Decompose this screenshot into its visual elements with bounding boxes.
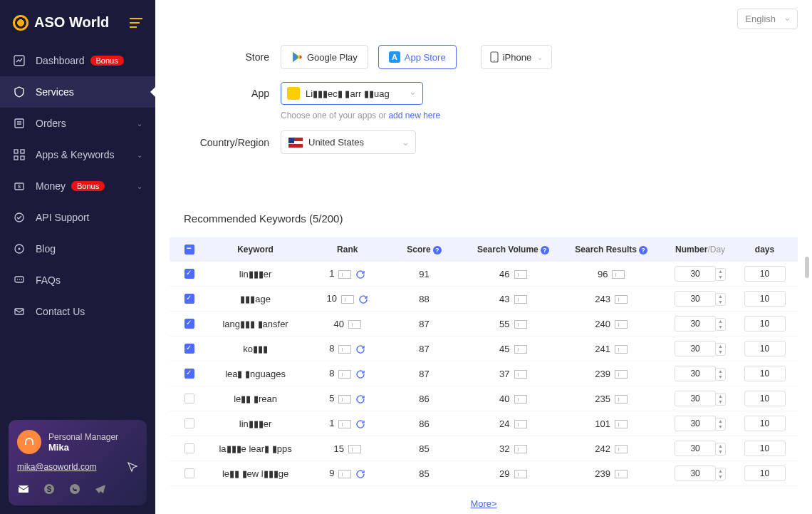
chart-icon[interactable] <box>348 320 361 329</box>
chart-icon[interactable] <box>615 295 628 304</box>
refresh-icon[interactable] <box>355 344 365 354</box>
days-input[interactable]: 10 <box>744 441 786 456</box>
add-new-link[interactable]: add new here <box>388 110 440 120</box>
country-select[interactable]: United States <box>281 130 416 154</box>
chart-icon[interactable] <box>615 370 628 379</box>
chart-icon[interactable] <box>514 445 527 453</box>
nav-money[interactable]: $ Money Bonus ⌄ <box>0 170 155 202</box>
number-cell: 30▲▼ <box>660 266 740 282</box>
nav-api-support[interactable]: API Support <box>0 202 155 233</box>
chart-icon[interactable] <box>338 370 351 379</box>
language-select[interactable]: English <box>737 9 798 29</box>
number-input[interactable]: 30 <box>675 266 716 282</box>
help-icon[interactable]: ? <box>433 246 442 255</box>
days-input[interactable]: 10 <box>744 341 786 356</box>
more-link[interactable]: More> <box>470 498 496 509</box>
row-checkbox[interactable] <box>184 269 194 279</box>
chart-icon[interactable] <box>514 320 527 329</box>
row-checkbox[interactable] <box>184 344 194 354</box>
chart-icon[interactable] <box>514 395 527 404</box>
chart-icon[interactable] <box>338 345 351 354</box>
skype-icon[interactable]: S <box>43 483 56 495</box>
store-google-play[interactable]: Google Play <box>281 45 368 69</box>
chart-icon[interactable] <box>615 345 628 354</box>
nav-orders[interactable]: Orders ⌄ <box>0 108 155 139</box>
nav-apps-keywords[interactable]: Apps & Keywords ⌄ <box>0 139 155 170</box>
chart-icon[interactable] <box>338 420 351 428</box>
chart-icon[interactable] <box>615 420 628 428</box>
row-checkbox[interactable] <box>184 418 194 428</box>
number-spinner[interactable]: ▲▼ <box>715 393 726 406</box>
refresh-icon[interactable] <box>355 394 365 404</box>
chart-icon[interactable] <box>615 470 628 478</box>
nav-faqs[interactable]: FAQs <box>0 264 155 296</box>
chart-icon[interactable] <box>338 470 351 478</box>
chart-icon[interactable] <box>338 395 351 404</box>
days-input[interactable]: 10 <box>744 416 786 431</box>
row-checkbox[interactable] <box>184 294 194 304</box>
chart-icon[interactable] <box>615 395 628 404</box>
nav-services[interactable]: Services <box>0 76 155 108</box>
number-spinner[interactable]: ▲▼ <box>715 468 726 480</box>
days-input[interactable]: 10 <box>744 291 786 307</box>
pm-email[interactable]: mika@asoworld.com <box>17 462 97 472</box>
number-input[interactable]: 30 <box>675 391 716 406</box>
refresh-icon[interactable] <box>355 369 365 379</box>
mail-icon[interactable] <box>17 483 30 495</box>
number-spinner[interactable]: ▲▼ <box>715 268 726 281</box>
whatsapp-icon[interactable] <box>68 483 81 495</box>
nav-blog[interactable]: Blog <box>0 233 155 264</box>
days-input[interactable]: 10 <box>744 316 786 331</box>
number-input[interactable]: 30 <box>675 291 716 307</box>
help-icon[interactable]: ? <box>639 246 647 255</box>
number-spinner[interactable]: ▲▼ <box>715 343 726 356</box>
days-input[interactable]: 10 <box>744 391 786 406</box>
chart-icon[interactable] <box>615 320 628 329</box>
row-checkbox[interactable] <box>184 319 194 329</box>
number-input[interactable]: 30 <box>675 466 716 481</box>
refresh-icon[interactable] <box>358 294 368 304</box>
device-select[interactable]: iPhone ⌄ <box>481 45 552 69</box>
days-input[interactable]: 10 <box>744 466 786 481</box>
row-checkbox[interactable] <box>184 468 194 478</box>
refresh-icon[interactable] <box>355 269 365 279</box>
days-input[interactable]: 10 <box>744 266 786 282</box>
telegram-icon[interactable] <box>94 483 107 495</box>
days-input[interactable]: 10 <box>744 366 786 381</box>
chart-icon[interactable] <box>348 445 361 453</box>
chart-icon[interactable] <box>341 295 354 304</box>
number-spinner[interactable]: ▲▼ <box>715 418 726 431</box>
chart-icon[interactable] <box>615 445 628 453</box>
number-spinner[interactable]: ▲▼ <box>715 318 726 331</box>
nav-dashboard[interactable]: Dashboard Bonus <box>0 45 155 76</box>
app-select[interactable]: Li▮▮▮ec▮ ▮arr ▮▮uag <box>281 82 423 105</box>
number-input[interactable]: 30 <box>675 341 716 356</box>
chart-icon[interactable] <box>514 370 527 379</box>
number-input[interactable]: 30 <box>675 416 716 431</box>
refresh-icon[interactable] <box>355 469 365 479</box>
select-all-checkbox[interactable] <box>184 245 194 255</box>
number-spinner[interactable]: ▲▼ <box>715 368 726 381</box>
number-spinner[interactable]: ▲▼ <box>715 293 726 306</box>
row-checkbox[interactable] <box>184 369 194 379</box>
chart-icon[interactable] <box>514 295 527 304</box>
days-cell: 10 <box>740 466 789 481</box>
number-input[interactable]: 30 <box>675 316 716 331</box>
chart-icon[interactable] <box>514 420 527 428</box>
refresh-icon[interactable] <box>355 419 365 429</box>
chart-icon[interactable] <box>338 270 351 279</box>
nav-contact[interactable]: Contact Us <box>0 296 155 327</box>
row-checkbox[interactable] <box>184 443 194 453</box>
number-input[interactable]: 30 <box>675 366 716 381</box>
number-spinner[interactable]: ▲▼ <box>715 443 726 456</box>
row-checkbox[interactable] <box>184 394 194 404</box>
number-input[interactable]: 30 <box>675 441 716 456</box>
chart-icon[interactable] <box>514 270 527 279</box>
scrollbar-thumb[interactable] <box>805 257 809 278</box>
chart-icon[interactable] <box>514 345 527 354</box>
chart-icon[interactable] <box>514 470 527 478</box>
hamburger-icon[interactable] <box>130 18 142 28</box>
store-app-store[interactable]: A App Store <box>378 45 457 69</box>
chart-icon[interactable] <box>612 270 625 279</box>
help-icon[interactable]: ? <box>541 246 549 255</box>
